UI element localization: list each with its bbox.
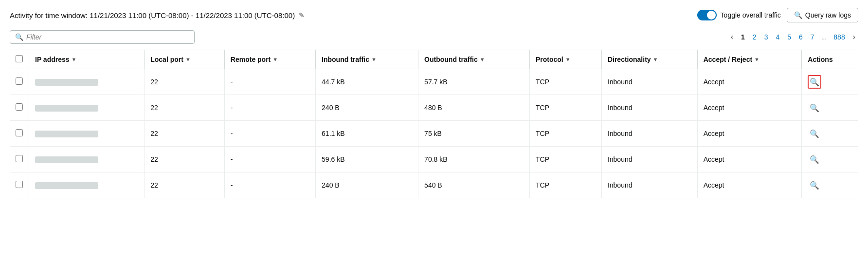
row-2-outbound-traffic: 75 kB [418,121,530,147]
row-1-outbound-traffic: 480 B [418,95,530,121]
page-title: Activity for time window: 11/21/2023 11:… [10,11,295,19]
row-4-checkbox[interactable] [16,181,23,188]
row-0-action-search-icon[interactable]: 🔍 [808,75,821,89]
col-remote-port-sort-icon[interactable]: ▼ [272,57,278,62]
pagination-prev[interactable]: ‹ [728,32,736,42]
row-0-local-port: 22 [145,69,225,95]
row-3-inbound-traffic: 59.6 kB [316,147,418,172]
row-0-ip-address [29,69,145,95]
pagination-page-1[interactable]: 1 [738,32,748,42]
row-3-checkbox[interactable] [16,155,23,162]
row-2-protocol: TCP [529,121,601,147]
row-2-directionality: Inbound [601,121,697,147]
query-raw-logs-button[interactable]: 🔍 Query raw logs [787,8,858,22]
col-directionality-sort-icon[interactable]: ▼ [653,57,658,62]
filter-input-wrap: 🔍 [10,30,195,44]
row-1-protocol: TCP [529,95,601,121]
col-accept-reject-sort-icon[interactable]: ▼ [754,57,760,62]
col-local-port-sort-icon[interactable]: ▼ [185,57,191,62]
row-1-action-search-icon[interactable]: 🔍 [808,101,821,114]
pagination: ‹ 1 2 3 4 5 6 7 ... 888 › [728,32,858,42]
header-actions: Toggle overall traffic 🔍 Query raw logs [697,8,858,22]
pagination-ellipsis: ... [819,32,829,42]
query-search-icon: 🔍 [794,11,802,19]
row-0-outbound-traffic: 57.7 kB [418,69,530,95]
row-0-inbound-traffic: 44.7 kB [316,69,418,95]
row-4-remote-port: - [224,172,315,198]
row-0-checkbox[interactable] [16,77,23,85]
col-outbound-traffic-label: Outbound traffic [424,56,478,63]
col-protocol: Protocol ▼ [529,50,601,69]
filter-search-icon: 🔍 [15,33,23,41]
pagination-next[interactable]: › [850,32,858,42]
toggle-overall-traffic[interactable] [697,10,717,20]
select-all-checkbox[interactable] [16,55,23,62]
row-2-inbound-traffic: 61.1 kB [316,121,418,147]
pagination-page-6[interactable]: 6 [796,32,806,42]
filter-input[interactable] [26,33,189,41]
row-0-ip-redacted [35,79,98,86]
col-protocol-sort-icon[interactable]: ▼ [565,57,571,62]
table-row: 22-61.1 kB75 kBTCPInboundAccept🔍 [10,121,858,147]
table-row: 22-240 B540 BTCPInboundAccept🔍 [10,172,858,198]
toggle-label: Toggle overall traffic [721,11,781,19]
pagination-page-888[interactable]: 888 [831,32,848,42]
table-header-row: IP address ▼ Local port ▼ Remote port ▼ [10,50,858,69]
row-2-checkbox-cell [10,121,29,147]
pagination-page-5[interactable]: 5 [784,32,794,42]
row-0-actions-cell: 🔍 [802,69,858,95]
row-4-protocol: TCP [529,172,601,198]
row-3-accept-reject: Accept [697,147,802,172]
row-4-outbound-traffic: 540 B [418,172,530,198]
row-2-checkbox[interactable] [16,129,23,136]
row-2-action-search-icon[interactable]: 🔍 [808,127,821,140]
col-checkbox [10,50,29,69]
pagination-page-7[interactable]: 7 [808,32,817,42]
row-1-actions-cell: 🔍 [802,95,858,121]
row-3-action-search-icon[interactable]: 🔍 [808,153,821,166]
row-3-outbound-traffic: 70.8 kB [418,147,530,172]
row-0-protocol: TCP [529,69,601,95]
col-accept-reject-label: Accept / Reject [704,56,752,63]
col-ip-address-sort-icon[interactable]: ▼ [72,57,77,62]
col-remote-port: Remote port ▼ [224,50,315,69]
row-4-actions-cell: 🔍 [802,172,858,198]
col-accept-reject: Accept / Reject ▼ [697,50,802,69]
row-4-accept-reject: Accept [697,172,802,198]
col-protocol-label: Protocol [536,56,563,63]
row-0-accept-reject: Accept [697,69,802,95]
table-row: 22-240 B480 BTCPInboundAccept🔍 [10,95,858,121]
row-4-local-port: 22 [145,172,225,198]
row-4-inbound-traffic: 240 B [316,172,418,198]
row-2-local-port: 22 [145,121,225,147]
row-3-local-port: 22 [145,147,225,172]
row-1-directionality: Inbound [601,95,697,121]
row-3-ip-address [29,147,145,172]
pagination-page-4[interactable]: 4 [773,32,782,42]
table-row: 22-59.6 kB70.8 kBTCPInboundAccept🔍 [10,147,858,172]
page-header: Activity for time window: 11/21/2023 11:… [10,8,858,22]
row-0-checkbox-cell [10,69,29,95]
row-1-checkbox[interactable] [16,103,23,111]
table-row: 22-44.7 kB57.7 kBTCPInboundAccept🔍 [10,69,858,95]
row-4-checkbox-cell [10,172,29,198]
row-1-remote-port: - [224,95,315,121]
pagination-page-2[interactable]: 2 [750,32,760,42]
col-ip-address: IP address ▼ [29,50,145,69]
row-4-directionality: Inbound [601,172,697,198]
row-2-actions-cell: 🔍 [802,121,858,147]
col-outbound-traffic-sort-icon[interactable]: ▼ [480,57,485,62]
traffic-table: IP address ▼ Local port ▼ Remote port ▼ [10,50,858,198]
col-outbound-traffic: Outbound traffic ▼ [418,50,530,69]
col-inbound-traffic: Inbound traffic ▼ [316,50,418,69]
col-inbound-traffic-sort-icon[interactable]: ▼ [371,57,377,62]
row-2-remote-port: - [224,121,315,147]
row-2-ip-address [29,121,145,147]
row-4-action-search-icon[interactable]: 🔍 [808,178,821,192]
col-actions-label: Actions [808,56,832,63]
edit-icon[interactable]: ✎ [299,11,305,19]
row-2-accept-reject: Accept [697,121,802,147]
pagination-page-3[interactable]: 3 [761,32,771,42]
table-wrap: IP address ▼ Local port ▼ Remote port ▼ [10,50,858,198]
row-0-remote-port: - [224,69,315,95]
